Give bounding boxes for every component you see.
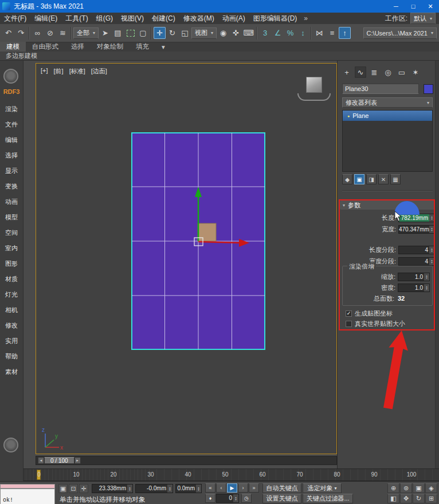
ribbon-tab-selection[interactable]: 选择 [65, 42, 91, 52]
key-mode-toggle-icon[interactable]: ♦ [205, 494, 215, 503]
sidebar-item-render[interactable]: 渲染 [0, 102, 23, 116]
sidebar-item-shapes[interactable]: 图形 [0, 257, 23, 270]
play-animation-icon[interactable]: ▶ [227, 483, 237, 493]
ribbon-minimize-icon[interactable]: ▾ [155, 42, 171, 52]
window-crossing-icon[interactable]: ▢ [137, 27, 149, 39]
create-tab-icon[interactable]: + [341, 66, 352, 78]
generate-mapping-coords-checkbox[interactable]: ✓ 生成贴图坐标 [346, 309, 435, 317]
pan-view-icon[interactable]: ✥ [400, 494, 412, 503]
next-frame-button-icon[interactable]: › [238, 483, 248, 493]
align-icon[interactable]: ≡ [326, 27, 338, 39]
key-filters-button[interactable]: 关键点过滤器... [303, 494, 353, 503]
gizmo-center-marker[interactable] [194, 238, 203, 246]
angle-snap-icon[interactable]: ∠ [272, 27, 284, 39]
length-segs-spinner[interactable]: 4▴▾ [398, 246, 435, 254]
z-coordinate-spinner[interactable]: 0.0mm▴▾ [175, 484, 202, 493]
select-by-name-icon[interactable]: ▤ [112, 27, 124, 39]
zoom-extents-icon[interactable]: ▣ [413, 483, 425, 493]
checkbox-icon[interactable]: ✓ [346, 321, 352, 327]
spinner-arrows-icon[interactable]: ▴▾ [167, 485, 173, 493]
set-key-button[interactable]: 设置关键点 [262, 494, 301, 503]
select-and-scale-icon[interactable]: ◱ [179, 27, 191, 39]
spinner-snap-icon[interactable]: ↕ [297, 27, 309, 39]
density-spinner[interactable]: 1.0▴▾ [398, 284, 430, 292]
spinner-arrows-icon[interactable]: ▴▾ [429, 246, 434, 254]
utilities-tab-icon[interactable]: ✶ [410, 66, 421, 78]
bind-to-space-warp-icon[interactable]: ≋ [57, 27, 69, 39]
rectangular-selection-region-icon[interactable] [124, 27, 136, 39]
spinner-arrows-icon[interactable]: ▴▾ [196, 485, 201, 493]
sidebar-item-space[interactable]: 空间 [0, 226, 23, 239]
command-panel-scrollbar[interactable] [435, 61, 439, 468]
sidebar-bottom-logo-icon[interactable] [3, 438, 18, 452]
sidebar-item-edit[interactable]: 编辑 [0, 133, 23, 147]
configure-modifier-sets-icon[interactable]: ▦ [390, 174, 401, 184]
spinner-arrows-icon[interactable]: ▴▾ [429, 258, 434, 265]
unlink-selection-icon[interactable]: ⊘ [44, 27, 56, 39]
sidebar-item-transform[interactable]: 变换 [0, 179, 23, 193]
y-coordinate-spinner[interactable]: -0.0mm▴▾ [135, 484, 173, 493]
go-to-start-icon[interactable]: « [205, 483, 215, 493]
viewcube[interactable] [307, 77, 322, 92]
menu-animation[interactable]: 动画(A) [218, 13, 249, 24]
menu-file[interactable]: 文件(F) [0, 13, 30, 24]
width-spinner[interactable]: 470.347mm▴▾ [398, 225, 435, 234]
select-and-manipulate-icon[interactable]: ✜ [230, 27, 242, 39]
time-slider-track[interactable]: ◂ 0 / 100 ▸ [36, 456, 337, 465]
current-frame-spinner[interactable]: 0▴▾ [216, 494, 239, 503]
ribbon-tab-object-paint[interactable]: 对象绘制 [91, 42, 130, 52]
menu-group[interactable]: 组(G) [92, 13, 117, 24]
maximize-viewport-icon[interactable]: ⊞ [425, 494, 437, 503]
menu-graph-editors[interactable]: 图形编辑器(D) [249, 13, 301, 24]
next-frame-icon[interactable]: ▸ [75, 457, 81, 464]
macro-recorder-field[interactable] [0, 484, 55, 489]
spinner-arrows-icon[interactable]: ▴▾ [429, 226, 434, 233]
project-path-dropdown[interactable]: C:\Users\...\Max 2021▾ [363, 27, 437, 39]
ribbon-tab-freeform[interactable]: 自由形式 [26, 42, 65, 52]
spinner-arrows-icon[interactable]: ▴▾ [424, 273, 429, 281]
sidebar-item-assets[interactable]: 素材 [0, 365, 23, 379]
close-button[interactable]: ✕ [422, 0, 439, 13]
toggle-ribbon-icon[interactable]: ↑ [339, 27, 351, 39]
maximize-button[interactable]: □ [405, 0, 422, 13]
selection-lock-icon[interactable]: ⊡ [69, 484, 78, 493]
motion-tab-icon[interactable]: ◎ [382, 66, 394, 78]
selection-filter-dropdown[interactable]: 全部▾ [73, 27, 99, 39]
modify-tab-icon[interactable]: ∿ [355, 66, 366, 78]
redo-icon[interactable]: ↷ [15, 27, 27, 39]
workspace-dropdown[interactable]: 默认▾ [410, 13, 436, 24]
zoom-icon[interactable]: ⊕ [387, 483, 399, 493]
sidebar-item-lights[interactable]: 灯光 [0, 288, 23, 301]
track-bar[interactable]: 0 10 20 30 40 50 60 70 80 90 100 [23, 468, 439, 481]
sidebar-item-select[interactable]: 选择 [0, 148, 23, 162]
x-coordinate-spinner[interactable]: 23.338mm▴▾ [92, 484, 133, 493]
display-tab-icon[interactable]: ▭ [396, 66, 407, 78]
viewport-menu-shading[interactable]: [标准] [69, 67, 85, 76]
sidebar-item-help[interactable]: 帮助 [0, 349, 23, 363]
make-unique-icon[interactable]: ◨ [366, 174, 377, 184]
show-end-result-icon[interactable]: ▣ [354, 174, 364, 184]
time-slider-handle[interactable]: ◂ 0 / 100 ▸ [38, 457, 81, 464]
sidebar-top-logo-icon[interactable] [3, 69, 18, 84]
absolute-mode-transform-icon[interactable]: ✛ [79, 484, 88, 493]
orbit-icon[interactable]: ↻ [413, 494, 425, 503]
time-slider-value[interactable]: 0 / 100 [44, 457, 75, 464]
sidebar-item-model[interactable]: 模型 [0, 210, 23, 224]
reference-coordinate-dropdown[interactable]: 视图▾ [191, 27, 217, 39]
menu-tools[interactable]: 工具(T) [61, 13, 92, 24]
front-viewport[interactable]: [+] [前] [标准] [边面] [36, 63, 337, 454]
modifier-list-dropdown[interactable]: 修改器列表▾ [342, 97, 433, 108]
select-and-link-icon[interactable]: ∞ [32, 27, 44, 39]
sidebar-item-camera[interactable]: 相机 [0, 303, 23, 317]
scale-spinner[interactable]: 1.0▴▾ [398, 273, 430, 281]
spinner-arrows-icon[interactable]: ▴▾ [429, 214, 434, 222]
viewport-menu-edged-faces[interactable]: [边面] [91, 67, 107, 76]
keyboard-override-icon[interactable]: ⌨ [242, 27, 254, 39]
spinner-arrows-icon[interactable]: ▴▾ [127, 485, 132, 493]
sidebar-item-file[interactable]: 文件 [0, 117, 23, 131]
use-pivot-center-icon[interactable]: ◉ [217, 27, 229, 39]
percent-snap-icon[interactable]: % [284, 27, 296, 39]
menu-views[interactable]: 视图(V) [117, 13, 148, 24]
ribbon-tab-populate[interactable]: 填充 [130, 42, 155, 52]
spinner-arrows-icon[interactable]: ▴▾ [424, 284, 429, 292]
